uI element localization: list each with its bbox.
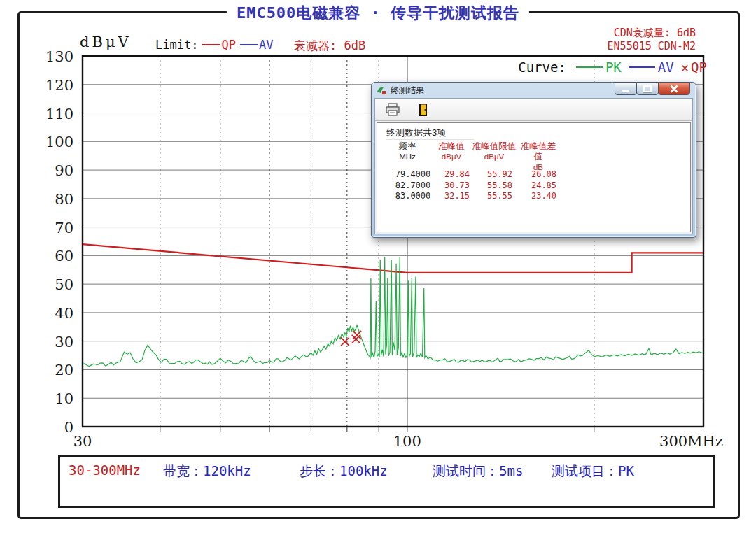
- curve-legend: Curve: PK AV ✕QP: [518, 59, 707, 75]
- pk-curve-label: PK: [606, 59, 622, 75]
- svg-text:20: 20: [55, 362, 74, 378]
- results-table-body: 79.400029.8455.9226.0882.700030.7355.582…: [383, 169, 685, 202]
- bandwidth-label: 带宽：120kHz: [163, 462, 251, 481]
- results-panel: 终测数据共3项 频率MHz准峰值dBμV准峰值限值dBμV准峰值差值dB 79.…: [377, 122, 691, 232]
- svg-text:50: 50: [55, 276, 74, 293]
- results-summary: 终测数据共3项: [386, 127, 474, 140]
- column-header: 准峰值dBμV: [432, 141, 471, 173]
- column-header: 准峰值差值dB: [517, 141, 559, 173]
- svg-text:300MHz: 300MHz: [659, 433, 723, 450]
- frequency-range-label: 30-300MHz: [69, 462, 141, 478]
- report-page: EMC500电磁兼容 · 传导干扰测试报告 dBμV Limit: QP AV …: [0, 0, 756, 533]
- print-button[interactable]: [385, 103, 400, 117]
- svg-text:130: 130: [46, 48, 74, 65]
- svg-text:90: 90: [55, 162, 74, 179]
- svg-text:30: 30: [74, 433, 92, 450]
- table-row: 79.400029.8455.9226.08: [388, 169, 690, 180]
- column-header: 频率MHz: [383, 141, 432, 173]
- window-title: 终测结果: [391, 85, 424, 97]
- svg-text:10: 10: [55, 390, 74, 407]
- results-window-titlebar[interactable]: 终测结果: [372, 83, 696, 98]
- step-label: 步长：100kHz: [300, 462, 388, 481]
- close-button[interactable]: [658, 82, 690, 95]
- svg-text:60: 60: [55, 248, 74, 264]
- test-item-label: 测试项目：PK: [552, 462, 634, 481]
- app-icon: [377, 85, 386, 95]
- results-window: 终测结果: [371, 82, 696, 238]
- results-toolbar: [375, 99, 692, 121]
- chart-canvas: 010203040506070809010011012013030100300M…: [0, 0, 756, 533]
- exit-door-button[interactable]: [416, 103, 431, 117]
- legend-label: Curve:: [518, 59, 566, 75]
- qp-curve-label: QP: [691, 59, 707, 75]
- av-curve-swatch-icon: [629, 66, 655, 68]
- table-header: 频率MHz准峰值dBμV准峰值限值dBμV准峰值差值dB: [383, 141, 685, 173]
- maximize-button[interactable]: [636, 82, 659, 95]
- table-row: 83.000032.1555.5523.40: [388, 191, 690, 202]
- svg-text:30: 30: [55, 334, 74, 350]
- column-header: 准峰值限值dBμV: [471, 141, 517, 173]
- svg-text:100: 100: [393, 433, 421, 450]
- svg-text:100: 100: [46, 134, 74, 150]
- results-window-body: 终测数据共3项 频率MHz准峰值dBμV准峰值限值dBμV准峰值差值dB 79.…: [374, 98, 693, 234]
- av-curve-label: AV: [658, 59, 674, 75]
- svg-text:0: 0: [64, 419, 74, 436]
- test-time-label: 测试时间：5ms: [433, 462, 523, 481]
- svg-text:70: 70: [55, 220, 74, 236]
- pk-curve-swatch-icon: [576, 66, 603, 68]
- qp-marker-icon: ✕: [681, 61, 689, 74]
- svg-text:80: 80: [55, 191, 74, 208]
- svg-text:40: 40: [55, 305, 74, 322]
- minimize-button[interactable]: [615, 82, 637, 95]
- svg-text:110: 110: [46, 106, 74, 122]
- table-row: 82.700030.7355.5824.85: [388, 180, 690, 192]
- svg-text:120: 120: [46, 77, 74, 94]
